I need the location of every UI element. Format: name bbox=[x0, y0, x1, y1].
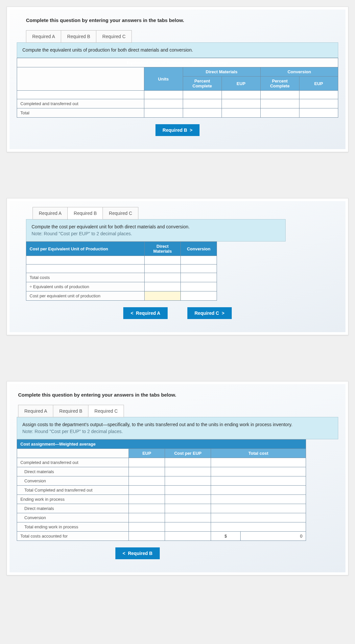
tab-required-c[interactable]: Required C bbox=[96, 30, 132, 43]
tab-required-b[interactable]: Required B bbox=[67, 207, 103, 219]
cell-input[interactable] bbox=[211, 504, 306, 513]
cell-input[interactable] bbox=[181, 273, 217, 282]
panel-required-a: Complete this question by entering your … bbox=[7, 7, 348, 152]
cell-input[interactable] bbox=[211, 513, 306, 522]
col-dm: Direct Materials bbox=[145, 242, 181, 256]
panel-a-inner: Complete this question by entering your … bbox=[10, 10, 345, 149]
col-conv: Conversion bbox=[181, 242, 217, 256]
tab-required-c[interactable]: Required C bbox=[88, 405, 124, 417]
group-conv: Conversion bbox=[260, 67, 338, 77]
instruction-text: Complete this question by entering your … bbox=[26, 17, 338, 23]
table-row: Direct materials bbox=[17, 467, 306, 476]
cell-input[interactable] bbox=[144, 91, 183, 99]
cell-input[interactable] bbox=[222, 108, 260, 118]
table-row: Total Completed and transferred out bbox=[17, 486, 306, 495]
cell-input[interactable] bbox=[144, 99, 183, 108]
tab-required-a[interactable]: Required A bbox=[33, 207, 68, 219]
cell-input[interactable] bbox=[181, 264, 217, 273]
row-ending-wip: Ending work in process bbox=[17, 495, 129, 504]
row-blank-label[interactable] bbox=[26, 264, 145, 273]
tab-row: Required A Required B Required C bbox=[26, 30, 338, 43]
instruction-text: Complete this question by entering your … bbox=[18, 392, 338, 398]
cell-input[interactable] bbox=[222, 91, 260, 99]
cell-input[interactable] bbox=[183, 99, 222, 108]
cell-input[interactable] bbox=[165, 476, 211, 486]
cell-input[interactable] bbox=[211, 486, 306, 495]
row-total: Total bbox=[17, 108, 144, 118]
cell-input[interactable] bbox=[183, 108, 222, 118]
cell-input[interactable] bbox=[145, 273, 181, 282]
col-eup: EUP bbox=[129, 449, 165, 458]
row-blank-label[interactable] bbox=[26, 256, 145, 264]
table-row: Total bbox=[17, 108, 338, 118]
note-text: Note: Round "Cost per EUP" to 2 decimal … bbox=[32, 231, 132, 236]
cell-input[interactable] bbox=[144, 108, 183, 118]
prev-required-a-button[interactable]: < Required A bbox=[123, 307, 167, 319]
prompt-bar: Assign costs to the department's output—… bbox=[17, 417, 338, 439]
cell-input[interactable] bbox=[165, 467, 211, 476]
tab-required-b[interactable]: Required B bbox=[61, 30, 96, 43]
cell-input[interactable] bbox=[165, 513, 211, 522]
cell-input[interactable] bbox=[145, 256, 181, 264]
cost-per-eup-table: Cost per Equivalent Unit of Production D… bbox=[26, 242, 217, 301]
tab-required-a[interactable]: Required A bbox=[18, 405, 53, 417]
cell-input[interactable] bbox=[181, 256, 217, 264]
row-blank-label[interactable] bbox=[17, 91, 144, 99]
cell-input[interactable] bbox=[181, 282, 217, 291]
tab-row: Required A Required B Required C bbox=[18, 405, 338, 417]
chevron-left-icon: < bbox=[123, 551, 125, 556]
row-end-dm: Direct materials bbox=[17, 504, 129, 513]
cell-input[interactable] bbox=[145, 264, 181, 273]
cell-input[interactable] bbox=[260, 108, 299, 118]
row-divide-eup: ÷ Equivalent units of production bbox=[26, 282, 145, 291]
col-units: Units bbox=[144, 67, 183, 91]
panel-c-inner: Complete this question by entering your … bbox=[10, 384, 345, 572]
eup-table: Equivalent Units of Production: Weighted… bbox=[17, 58, 338, 118]
cell-input[interactable] bbox=[299, 91, 338, 99]
table-row: Ending work in process bbox=[17, 495, 306, 504]
cell-input[interactable] bbox=[260, 91, 299, 99]
tab-required-b[interactable]: Required B bbox=[53, 405, 88, 417]
row-total-completed: Total Completed and transferred out bbox=[17, 486, 129, 495]
table-row: Total costs accounted for $ 0 bbox=[17, 532, 306, 541]
row-end-conv: Conversion bbox=[17, 513, 129, 522]
row-completed: Completed and transferred out bbox=[17, 99, 144, 108]
prompt-bar: Compute the cost per equivalent unit for… bbox=[26, 219, 286, 242]
panel-required-c: Complete this question by entering your … bbox=[7, 381, 348, 575]
table-row: Total ending work in process bbox=[17, 522, 306, 532]
prev-required-b-button[interactable]: < Required B bbox=[115, 547, 160, 559]
tab-required-a[interactable]: Required A bbox=[26, 30, 61, 43]
col-conv-pct: Percent Complete bbox=[260, 77, 299, 91]
table-row: Total costs bbox=[26, 273, 217, 282]
cell-input[interactable] bbox=[129, 513, 165, 522]
table-row: Completed and transferred out bbox=[17, 458, 306, 467]
panel-required-b: Required A Required B Required C Compute… bbox=[7, 198, 348, 335]
table-row: Conversion bbox=[17, 476, 306, 486]
cell-input[interactable] bbox=[222, 99, 260, 108]
cell-input[interactable] bbox=[129, 467, 165, 476]
row-completed-out: Completed and transferred out bbox=[17, 458, 129, 467]
next-required-b-button[interactable]: Required B > bbox=[155, 124, 200, 136]
cell-input[interactable] bbox=[211, 467, 306, 476]
cell-input[interactable] bbox=[129, 504, 165, 513]
cell-input[interactable] bbox=[129, 476, 165, 486]
table-row bbox=[17, 91, 338, 99]
cell-input[interactable] bbox=[211, 522, 306, 532]
cost-assignment-table: Cost assignment—Weighted average EUP Cos… bbox=[17, 439, 306, 541]
cell-input[interactable] bbox=[183, 91, 222, 99]
nav-label: Required B bbox=[128, 551, 153, 556]
cell-input[interactable] bbox=[181, 291, 217, 301]
next-required-c-button[interactable]: Required C > bbox=[187, 307, 232, 319]
cell-input[interactable] bbox=[299, 108, 338, 118]
cell-input[interactable] bbox=[299, 99, 338, 108]
nav-row: Required B > bbox=[17, 124, 338, 136]
cell-input[interactable] bbox=[211, 476, 306, 486]
nav-label: Required A bbox=[136, 310, 160, 316]
cell-input[interactable] bbox=[145, 282, 181, 291]
table-title: Equivalent Units of Production: Weighted… bbox=[17, 58, 338, 67]
row-dm: Direct materials bbox=[17, 467, 129, 476]
cell-input[interactable] bbox=[145, 291, 181, 301]
cell-input[interactable] bbox=[260, 99, 299, 108]
cell-input[interactable] bbox=[165, 504, 211, 513]
tab-required-c[interactable]: Required C bbox=[103, 207, 138, 219]
